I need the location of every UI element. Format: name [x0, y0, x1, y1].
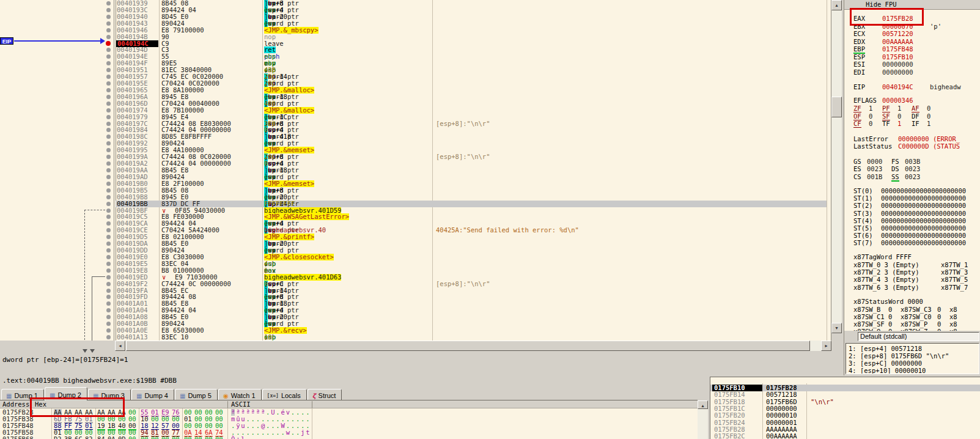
- register-row[interactable]: LastError00000000 (ERROR_: [844, 135, 980, 142]
- call-argument[interactable]: 2: [esp+8] 0175FB6D "\n\r": [849, 352, 977, 360]
- dump-ascii-char: .: [251, 436, 255, 439]
- register-row[interactable]: EIP0040194Cbigheadw: [844, 83, 980, 90]
- segment-name: ES: [853, 165, 861, 172]
- register-row[interactable]: ST(4)0000000000000000000000: [844, 217, 980, 224]
- register-row[interactable]: ESI00000000: [844, 61, 980, 68]
- stack-row[interactable]: 0175FB2400000001: [710, 419, 980, 426]
- disasm-row[interactable]: 004019F2C74424 0C 00000000mov dword ptr …: [0, 281, 830, 287]
- dump-scroll-up-button[interactable]: ▴: [698, 400, 708, 409]
- flag-value: 1: [897, 105, 901, 112]
- register-row[interactable]: ST(7)0000000000000000000000: [844, 239, 980, 246]
- tab-dump-4[interactable]: ▦Dump 4: [131, 389, 174, 400]
- stack-row[interactable]: 0175FB1C00000000: [710, 405, 980, 412]
- last-error-label: LastError: [853, 135, 888, 142]
- disasm-row[interactable]: 00401A1383EC 10sub esp,10: [0, 334, 830, 341]
- register-row[interactable]: EBP0175FB48: [844, 45, 980, 53]
- register-row[interactable]: CS001BSS0023: [844, 173, 980, 180]
- register-row[interactable]: ST(1)0000000000000000000000: [844, 194, 980, 202]
- call-argument[interactable]: 4: [esp+10] 00000010: [849, 367, 977, 374]
- calling-convention-select[interactable]: Default (stdcall): [858, 332, 979, 341]
- locals-icon: [x=]: [267, 393, 279, 399]
- register-row[interactable]: x87TW_2 3 (Empty)x87TW_3: [844, 268, 980, 276]
- flag-name: ZF: [853, 105, 861, 113]
- register-value: 00000070: [882, 23, 913, 30]
- disasm-scroll-left-button[interactable]: ◂: [115, 341, 125, 351]
- st-register-value: 0000000000000000000000: [881, 232, 966, 239]
- register-row[interactable]: EBX00000070'p': [844, 23, 980, 30]
- stack-row[interactable]: 0175FB28AAAAAAAA: [710, 426, 980, 433]
- disasm-scroll-down-button[interactable]: ▾: [831, 323, 842, 333]
- dump-row[interactable]: 0175FB68D23B6C82840A0D000000000000000000…: [0, 436, 698, 439]
- disasm-vscroll-thumb[interactable]: [831, 97, 842, 117]
- disasm-row[interactable]: 0040194B90nop: [0, 34, 830, 40]
- x87-sw-name-clipped: x8: [949, 306, 957, 313]
- instruction-bytes: 90: [161, 34, 169, 40]
- disasm-scroll-right-button[interactable]: ▸: [821, 341, 831, 351]
- register-row[interactable]: x87TagWord FFFF: [844, 253, 980, 260]
- register-row[interactable]: ST(6)0000000000000000000000: [844, 232, 980, 239]
- register-row[interactable]: ECX00571220: [844, 30, 980, 37]
- call-argument[interactable]: 1: [esp+4] 00571218: [849, 345, 977, 352]
- stack-row[interactable]: 0175FB2000000010: [710, 412, 980, 419]
- eflags-value: 00000346: [882, 97, 913, 104]
- stack-row[interactable]: 0175FB1400571218: [710, 391, 980, 398]
- register-row[interactable]: ZF1PF1AF0: [844, 105, 980, 112]
- stack-value: 00571218: [766, 391, 797, 398]
- register-row[interactable]: ES0023DS0023: [844, 165, 980, 172]
- register-row[interactable]: ST(3)0000000000000000000000: [844, 210, 980, 217]
- register-row[interactable]: ST(2)0000000000000000000000: [844, 202, 980, 209]
- tab-label: Dump 2: [57, 391, 81, 399]
- stack-row[interactable]: 0175FB2C00AAAAAA: [710, 433, 980, 439]
- segment-value: 0000: [867, 158, 882, 165]
- register-row[interactable]: x87TW_6 3 (Empty)x87TW_7: [844, 284, 980, 291]
- tab-struct[interactable]: ζStruct: [308, 389, 342, 400]
- call-argument[interactable]: 3: [esp+C] 00000000: [849, 360, 977, 367]
- tab-label: Dump 5: [188, 392, 212, 399]
- tab-dump-1[interactable]: ▦Dump 1: [1, 389, 44, 400]
- register-row[interactable]: x87SW_SF0x87SW_P0x8: [844, 320, 980, 328]
- register-row[interactable]: ST(0)0000000000000000000000: [844, 187, 980, 194]
- disasm-scroll-up-button[interactable]: ▴: [831, 0, 842, 10]
- register-row[interactable]: x87SW_B0x87SW_C30x8: [844, 306, 980, 313]
- register-row[interactable]: GS0000FS003B: [844, 158, 980, 165]
- tab-dump-5[interactable]: ▦Dump 5: [175, 389, 218, 400]
- flag-name: TF: [882, 120, 890, 127]
- register-row[interactable]: EDX00AAAAAA: [844, 38, 980, 45]
- register-row[interactable]: x87StatusWord 0000: [844, 298, 980, 305]
- disasm-row[interactable]: 004019BB837D DC FFcmp dword ptr ss:[ebp-…: [0, 201, 830, 207]
- hide-fpu-button[interactable]: Hide FPU: [844, 0, 980, 10]
- dump-ascii-char: .: [271, 436, 274, 439]
- x87-tw-entry: x87TW_4 3 (Empty): [853, 276, 919, 283]
- tab-dump-3[interactable]: ▦Dump 3: [88, 389, 131, 400]
- stack-value: 0175FB6D: [766, 399, 797, 405]
- dump-ascii-char: .: [266, 436, 270, 439]
- stack-address: 0175FB14: [714, 391, 745, 398]
- register-row[interactable]: x87TW_0 3 (Empty)x87TW_1: [844, 261, 980, 268]
- dump-ascii-char: .: [261, 436, 265, 439]
- register-row[interactable]: CF0TF1IF1: [844, 120, 980, 127]
- register-row[interactable]: EDI00000000: [844, 68, 980, 76]
- stack-row[interactable]: 0175FB180175FB6D"\n\r": [710, 399, 980, 405]
- tab-watch-1[interactable]: ◉Watch 1: [218, 389, 262, 400]
- register-name: EBX: [853, 23, 865, 30]
- disasm-hscroll-thumb[interactable]: [126, 341, 810, 351]
- register-row[interactable]: x87SW_C10x87SW_C00x8: [844, 313, 980, 320]
- register-row[interactable]: x87TW_4 3 (Empty)x87TW_5: [844, 276, 980, 283]
- disasm-vscrollbar[interactable]: [831, 0, 842, 333]
- flag-name: DF: [912, 113, 919, 120]
- register-row[interactable]: OF0SF0DF0: [844, 113, 980, 120]
- dump-ascii-char: .: [276, 436, 279, 439]
- memory-dump-icon: ▦: [136, 393, 142, 399]
- stack-row[interactable]: 0175FB100175FB28: [710, 385, 980, 391]
- instruction-comment: [esp+8]:"\n\r": [436, 120, 490, 127]
- register-value: 0175FB48: [882, 45, 913, 53]
- register-row[interactable]: ESP0175FB10: [844, 53, 980, 61]
- register-row[interactable]: EFLAGS00000346: [844, 97, 980, 104]
- register-row[interactable]: ST(5)0000000000000000000000: [844, 224, 980, 232]
- tab-dump-2[interactable]: ▦Dump 2: [45, 387, 87, 400]
- disasm-row[interactable]: 004019798945 E4mov dword ptr ss:[ebp-1C]…: [0, 114, 830, 120]
- tab-locals[interactable]: [x=]Locals: [262, 389, 307, 400]
- register-row[interactable]: LastStatusC000000D (STATUS: [844, 142, 980, 150]
- debugger-window: { "colors":{"pane_background":"#FBF4E3",…: [0, 0, 980, 439]
- register-row[interactable]: EAX0175FB28: [844, 15, 980, 22]
